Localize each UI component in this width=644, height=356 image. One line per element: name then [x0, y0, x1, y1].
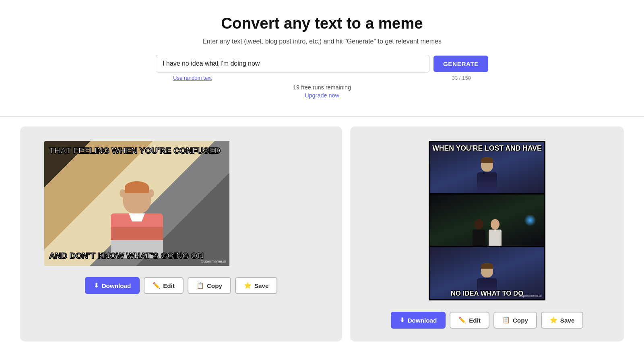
- meme2-copy-button[interactable]: 📋 Copy: [493, 312, 537, 329]
- meme1-copy-label: Copy: [207, 282, 222, 289]
- meme2-save-label: Save: [560, 317, 574, 324]
- shirt-collar: [129, 213, 145, 221]
- han-body: [477, 172, 497, 193]
- input-row: GENERATE: [8, 55, 636, 72]
- meme2-panel2: [430, 195, 544, 247]
- han-hair: [481, 157, 493, 163]
- meme2-watermark: Supermeme.ai: [519, 294, 542, 298]
- han-head-2: [481, 263, 493, 277]
- download-icon-2: ⬇: [400, 317, 405, 324]
- person-ear-left: [120, 189, 125, 197]
- random-text-link[interactable]: Use random text: [173, 75, 212, 81]
- page-subtitle: Enter any text (tweet, blog post intro, …: [8, 38, 636, 45]
- meme2-panel1: WHEN YOU'RE LOST AND HAVE: [430, 142, 544, 195]
- meme1-top-text-container: THAT FEELING WHEN YOU'RE CONFUSED: [49, 146, 225, 156]
- meme1-save-label: Save: [254, 282, 268, 289]
- meme1-action-buttons: ⬇ Download ✏️ Edit 📋 Copy ⭐ Save: [85, 277, 278, 294]
- upgrade-link[interactable]: Upgrade now: [8, 92, 636, 99]
- meme2-save-button[interactable]: ⭐ Save: [541, 312, 583, 329]
- char-count: 33 / 150: [452, 75, 471, 81]
- han-head: [481, 157, 493, 172]
- meme2-edit-label: Edit: [469, 317, 481, 324]
- person-ear-right: [149, 189, 154, 197]
- meme1-bottom-text: AND DON'T KNOW WHAT'S GOING ON: [49, 251, 225, 261]
- copy-icon: 📋: [196, 282, 204, 289]
- fig2-body: [489, 230, 502, 246]
- fig2-head: [491, 219, 500, 230]
- han-hair-2: [481, 263, 493, 269]
- input-meta: Use random text 33 / 150: [173, 75, 471, 81]
- meme1-edit-button[interactable]: ✏️ Edit: [144, 277, 184, 294]
- page-header: Convert any text to a meme Enter any tex…: [0, 0, 644, 116]
- star-icon-2: ⭐: [550, 317, 557, 324]
- person-head: [123, 181, 151, 213]
- meme-card-1: THAT FEELING WHEN YOU'RE CONFUSED AND DO…: [20, 126, 342, 342]
- free-runs-text: 19 free runs remaining: [8, 84, 636, 91]
- generate-button[interactable]: GENERATE: [433, 56, 488, 72]
- glow-accent: [524, 214, 536, 226]
- edit-icon: ✏️: [153, 282, 160, 289]
- meme2-edit-button[interactable]: ✏️ Edit: [450, 312, 489, 329]
- meme1-image: THAT FEELING WHEN YOU'RE CONFUSED AND DO…: [44, 141, 318, 266]
- meme2-action-buttons: ⬇ Download ✏️ Edit 📋 Copy ⭐ Save: [391, 312, 584, 329]
- meme2-panel3: NO IDEA WHAT TO DO Supermeme.ai: [430, 247, 544, 299]
- meme1-save-button[interactable]: ⭐ Save: [235, 277, 277, 294]
- meme2-image: WHEN YOU'RE LOST AND HAVE: [429, 141, 545, 300]
- page-title: Convert any text to a meme: [8, 14, 636, 32]
- person-hair: [125, 181, 149, 193]
- meme1-top-text: THAT FEELING WHEN YOU'RE CONFUSED: [49, 146, 225, 156]
- meme1-download-label: Download: [102, 282, 131, 289]
- meme2-content: WHEN YOU'RE LOST AND HAVE: [391, 141, 584, 329]
- meme1-download-button[interactable]: ⬇ Download: [85, 277, 140, 294]
- text-input[interactable]: [156, 55, 429, 72]
- meme1-edit-label: Edit: [163, 282, 175, 289]
- meme1-bottom-text-container: AND DON'T KNOW WHAT'S GOING ON: [49, 251, 225, 261]
- edit-icon-2: ✏️: [458, 317, 466, 324]
- download-icon: ⬇: [94, 282, 99, 289]
- meme2-panel1-text: WHEN YOU'RE LOST AND HAVE: [432, 144, 542, 152]
- meme-card-2: WHEN YOU'RE LOST AND HAVE: [350, 126, 624, 342]
- han-figure: [471, 157, 503, 193]
- section-divider: [0, 116, 644, 117]
- memes-grid: THAT FEELING WHEN YOU'RE CONFUSED AND DO…: [0, 126, 644, 356]
- meme2-copy-label: Copy: [513, 317, 528, 324]
- fig1-head: [475, 219, 483, 230]
- fig1: [473, 219, 485, 246]
- copy-icon-2: 📋: [502, 317, 510, 324]
- star-icon: ⭐: [244, 282, 252, 289]
- group-figure: [473, 219, 502, 246]
- fig2: [489, 219, 502, 246]
- meme1-background: THAT FEELING WHEN YOU'RE CONFUSED AND DO…: [44, 141, 229, 266]
- meme2-download-label: Download: [408, 317, 437, 324]
- meme1-watermark: Supermeme.ai: [201, 259, 226, 263]
- fig1-body: [473, 230, 485, 246]
- meme1-copy-button[interactable]: 📋 Copy: [188, 277, 231, 294]
- meme2-download-button[interactable]: ⬇ Download: [391, 312, 446, 329]
